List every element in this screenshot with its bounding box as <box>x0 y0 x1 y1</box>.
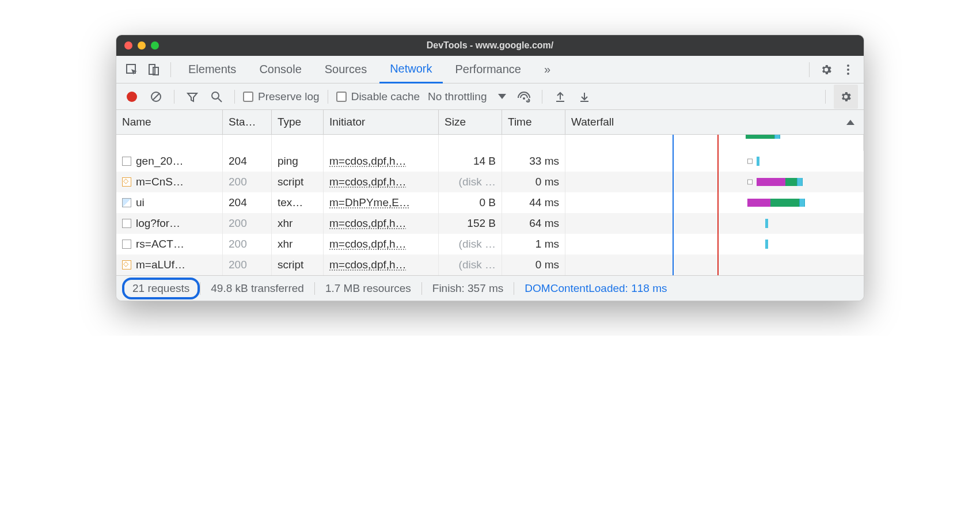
request-time: 0 ms <box>502 172 565 192</box>
column-header-status[interactable]: Sta… <box>223 110 272 135</box>
request-initiator-link[interactable]: m=DhPYme,E… <box>329 196 410 209</box>
request-waterfall <box>565 172 864 192</box>
svg-point-8 <box>212 92 219 99</box>
clear-button[interactable] <box>146 87 166 107</box>
request-initiator: m=cdos,dpf,h… <box>324 172 439 192</box>
request-size: 0 B <box>439 192 502 213</box>
request-type: tex… <box>272 192 324 213</box>
network-toolbar: Preserve log Disable cache No throttling <box>116 83 864 110</box>
preserve-log-checkbox[interactable]: Preserve log <box>243 90 320 103</box>
close-window-button[interactable] <box>124 41 132 50</box>
waterfall-cell <box>565 135 864 151</box>
doc-file-icon <box>122 240 131 249</box>
tab-sources[interactable]: Sources <box>314 56 377 83</box>
request-size: (disk … <box>439 234 502 255</box>
request-status: 200 <box>223 255 272 275</box>
request-waterfall <box>565 213 864 234</box>
window-title: DevTools - www.google.com/ <box>116 40 864 51</box>
request-name-text: ui <box>136 196 145 209</box>
preserve-log-label: Preserve log <box>258 90 320 103</box>
export-har-button[interactable] <box>575 87 594 107</box>
svg-line-7 <box>153 93 159 100</box>
request-initiator: m=cdos,dpf,h… <box>324 213 439 234</box>
svg-point-5 <box>847 73 849 75</box>
throttling-value: No throttling <box>428 90 487 103</box>
record-button[interactable] <box>122 87 142 107</box>
request-status: 204 <box>223 192 272 213</box>
request-type: script <box>272 172 324 192</box>
request-initiator-link[interactable]: m=cdos,dpf,h… <box>329 259 407 271</box>
separator <box>234 90 235 104</box>
request-time: 44 ms <box>502 192 565 213</box>
disable-cache-label: Disable cache <box>351 90 420 103</box>
column-header-time[interactable]: Time <box>502 110 565 135</box>
script-file-icon <box>122 260 131 269</box>
request-waterfall <box>565 151 864 172</box>
request-name[interactable]: m=CnS… <box>116 172 223 192</box>
import-har-button[interactable] <box>550 87 570 107</box>
doc-file-icon <box>122 219 131 228</box>
request-time: 1 ms <box>502 234 565 255</box>
column-header-waterfall[interactable]: Waterfall <box>565 110 864 135</box>
status-requests: 21 requests <box>122 278 200 299</box>
disable-cache-checkbox[interactable]: Disable cache <box>336 90 420 103</box>
status-resources: 1.7 MB resources <box>315 282 421 295</box>
network-table: Name Sta… Type Initiator Size Time Water… <box>116 110 864 275</box>
status-domcontentloaded: DOMContentLoaded: 118 ms <box>514 282 677 295</box>
network-settings-button[interactable] <box>834 85 858 109</box>
request-name[interactable]: rs=ACT… <box>116 234 223 255</box>
separator <box>542 90 542 104</box>
request-type: xhr <box>272 234 324 255</box>
request-name[interactable]: gen_20… <box>116 151 223 172</box>
column-header-type[interactable]: Type <box>272 110 324 135</box>
minimize-window-button[interactable] <box>138 41 146 50</box>
request-name[interactable]: ui <box>116 192 223 213</box>
sort-asc-icon <box>846 120 854 125</box>
network-statusbar: 21 requests 49.8 kB transferred 1.7 MB r… <box>116 275 864 301</box>
request-time: 64 ms <box>502 213 565 234</box>
search-button[interactable] <box>207 87 226 107</box>
request-initiator: m=DhPYme,E… <box>324 192 439 213</box>
request-size: 14 B <box>439 151 502 172</box>
filter-button[interactable] <box>183 87 202 107</box>
doc-file-icon <box>122 157 131 166</box>
request-name-text: m=CnS… <box>136 176 184 188</box>
svg-rect-1 <box>149 64 155 74</box>
tab-elements[interactable]: Elements <box>178 56 246 83</box>
status-finish: Finish: 357 ms <box>422 282 514 295</box>
devtools-window: DevTools - www.google.com/ ElementsConso… <box>116 35 864 301</box>
inspect-element-button[interactable] <box>122 60 142 79</box>
column-header-initiator[interactable]: Initiator <box>324 110 439 135</box>
network-conditions-button[interactable] <box>514 87 534 107</box>
script-file-icon <box>122 177 131 187</box>
column-header-size[interactable]: Size <box>439 110 502 135</box>
request-initiator-link[interactable]: m=cdos,dpf,h… <box>329 176 407 188</box>
tab-network[interactable]: Network <box>379 56 442 83</box>
traffic-lights <box>124 41 159 50</box>
request-name[interactable]: log?for… <box>116 213 223 234</box>
more-options-button[interactable] <box>838 60 858 79</box>
request-status: 204 <box>223 151 272 172</box>
throttling-select[interactable]: No throttling <box>424 90 510 103</box>
svg-point-3 <box>847 64 849 67</box>
more-tabs-button[interactable]: » <box>534 56 561 83</box>
device-toolbar-button[interactable] <box>144 60 164 79</box>
request-initiator: m=cdos,dpf,h… <box>324 234 439 255</box>
request-type: script <box>272 255 324 275</box>
tab-console[interactable]: Console <box>249 56 312 83</box>
request-initiator-link[interactable]: m=cdos,dpf,h… <box>329 155 407 168</box>
request-time: 0 ms <box>502 255 565 275</box>
tab-performance[interactable]: Performance <box>445 56 532 83</box>
column-header-waterfall-label: Waterfall <box>571 116 614 128</box>
request-initiator-link[interactable]: m=cdos,dpf,h… <box>329 238 407 250</box>
settings-button[interactable] <box>816 60 836 79</box>
request-name[interactable]: m=aLUf… <box>116 255 223 275</box>
zoom-window-button[interactable] <box>151 41 159 50</box>
request-initiator-link[interactable]: m=cdos,dpf,h… <box>329 217 407 230</box>
request-type: xhr <box>272 213 324 234</box>
record-icon <box>127 92 137 102</box>
column-header-name[interactable]: Name <box>116 110 223 135</box>
request-waterfall <box>565 255 864 275</box>
chevron-down-icon <box>498 94 506 99</box>
request-time: 33 ms <box>502 151 565 172</box>
